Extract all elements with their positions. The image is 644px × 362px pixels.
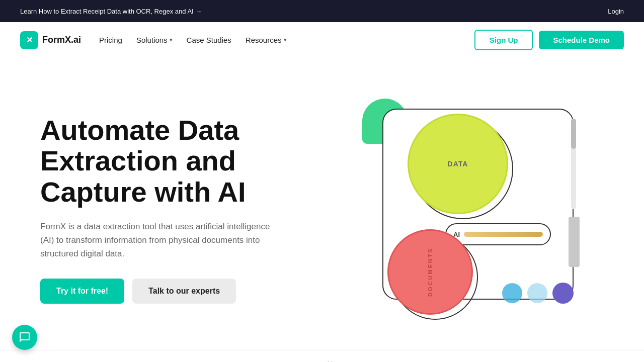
nav-pricing-label: Pricing — [99, 36, 122, 44]
data-label: DATA — [448, 160, 468, 168]
nav-solutions[interactable]: Solutions ▾ — [136, 36, 173, 44]
hero-illustration: DATA AI DOCUMENTS — [352, 88, 604, 330]
documents-label: DOCUMENTS — [427, 247, 433, 297]
nav-case-studies[interactable]: Case Studies — [187, 36, 231, 44]
bottom-circle-blue — [502, 283, 522, 303]
nav-links: Pricing Solutions ▾ Case Studies Resourc… — [99, 36, 287, 44]
hero-text: Automate Data Extraction and Capture wit… — [40, 115, 302, 304]
nav-resources[interactable]: Resources ▾ — [246, 36, 287, 44]
nav-left: ✕ FormX.ai Pricing Solutions ▾ Case Stud… — [20, 31, 287, 49]
hero-section: Automate Data Extraction and Capture wit… — [0, 58, 644, 350]
trusted-section: Trusted by Google MTR ⬢ Deloitte. DHL PS… — [0, 350, 644, 362]
logo-icon: ✕ — [20, 31, 38, 49]
drag-handle — [569, 217, 580, 267]
signup-button[interactable]: Sign Up — [474, 30, 533, 50]
top-banner: Learn How to Extract Receipt Data with O… — [0, 0, 644, 22]
chevron-down-icon: ▾ — [170, 37, 173, 43]
talk-experts-button[interactable]: Talk to our experts — [132, 279, 236, 304]
nav-right: Sign Up Schedule Demo — [474, 30, 624, 50]
hero-buttons: Try it for free! Talk to our experts — [40, 279, 302, 304]
scrollbar-thumb — [571, 119, 576, 149]
scrollbar-track — [571, 119, 576, 209]
nav-pricing[interactable]: Pricing — [99, 36, 122, 44]
nav-resources-label: Resources — [246, 36, 282, 44]
logo-text: FormX.ai — [42, 35, 81, 45]
documents-circle: DOCUMENTS — [387, 229, 473, 315]
hero-subtitle: FormX is a data extraction tool that use… — [40, 220, 282, 261]
schedule-demo-button[interactable]: Schedule Demo — [539, 31, 624, 49]
navbar: ✕ FormX.ai Pricing Solutions ▾ Case Stud… — [0, 22, 644, 58]
illustration-container: DATA AI DOCUMENTS — [352, 88, 604, 330]
chat-icon — [19, 331, 31, 343]
bottom-circles — [502, 283, 574, 304]
banner-text[interactable]: Learn How to Extract Receipt Data with O… — [20, 8, 202, 15]
logo[interactable]: ✕ FormX.ai — [20, 31, 81, 49]
try-free-button[interactable]: Try it for free! — [40, 279, 124, 304]
nav-solutions-label: Solutions — [136, 36, 168, 44]
chevron-down-icon-2: ▾ — [284, 37, 287, 43]
ai-squiggle — [464, 232, 543, 237]
bottom-circle-lightblue — [527, 283, 547, 303]
hero-title: Automate Data Extraction and Capture wit… — [40, 115, 302, 208]
login-link[interactable]: Login — [608, 8, 624, 15]
nav-case-studies-label: Case Studies — [187, 36, 231, 44]
bottom-circle-purple — [552, 283, 574, 304]
data-circle: DATA — [408, 114, 508, 214]
chat-widget[interactable] — [12, 325, 37, 350]
